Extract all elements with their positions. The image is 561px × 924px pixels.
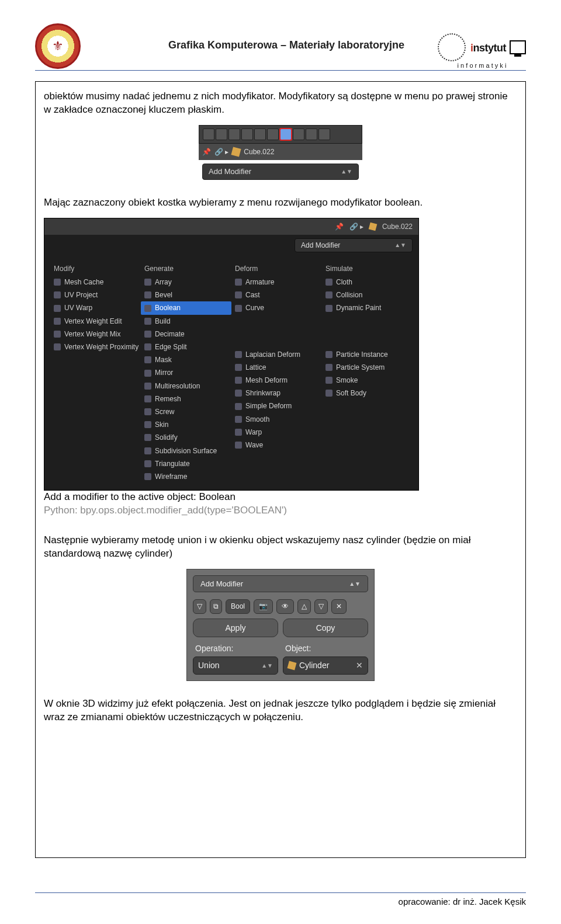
mod-remesh[interactable]: Remesh <box>141 392 231 405</box>
page-footer: opracowanie: dr inż. Jacek Kęsik <box>35 892 526 906</box>
mod-decimate[interactable]: Decimate <box>141 328 231 341</box>
tab-constraints-icon[interactable] <box>267 128 279 140</box>
tab-scene-icon[interactable] <box>228 128 240 140</box>
content-frame: obiektów musimy nadać jednemu z nich mod… <box>35 81 526 858</box>
pin-icon[interactable]: 📌 <box>202 147 211 157</box>
mod-skin[interactable]: Skin <box>141 418 231 431</box>
mod-uv-project[interactable]: UV Project <box>50 289 141 301</box>
tab-texture-icon[interactable] <box>318 128 330 140</box>
move-down-button[interactable]: ▽ <box>314 599 328 613</box>
tab-modifiers-wrench-icon[interactable] <box>280 128 292 140</box>
institute-logo: instytut i n f o r m a t y k i <box>438 33 526 69</box>
mod-bevel[interactable]: Bevel <box>141 289 231 301</box>
breadcrumb-row: 📌 🔗 ▸ Cube.022 <box>199 144 362 160</box>
mod-soft-body[interactable]: Soft Body <box>322 387 413 400</box>
show-viewport-icon[interactable]: 👁 <box>276 599 294 613</box>
mod-smoke[interactable]: Smoke <box>322 374 413 387</box>
link-icon: 🔗 ▸ <box>214 147 228 157</box>
tooltip: Add a modifier to the active object: Boo… <box>44 491 517 517</box>
screenshot-bool-panel: Add Modifier▲▼ ▽ ⧉ Bool 📷 👁 △ ▽ ✕ Apply … <box>186 569 375 681</box>
tab-layers-icon[interactable] <box>216 128 227 140</box>
operation-label: Operation: <box>193 643 278 654</box>
mod-mask[interactable]: Mask <box>141 353 231 366</box>
mod-simple-deform[interactable]: Simple Deform <box>231 400 322 412</box>
operation-select[interactable]: Union▲▼ <box>193 656 278 675</box>
show-render-icon[interactable]: 📷 <box>254 599 273 613</box>
mod-boolean[interactable]: Boolean <box>141 301 231 314</box>
col-generate: Generate Array Bevel Boolean Build Decim… <box>141 262 231 483</box>
mod-curve[interactable]: Curve <box>231 301 322 314</box>
dropdown-arrows-icon: ▲▼ <box>349 580 361 588</box>
col-deform: Deform Armature Cast Curve Laplacian Def… <box>231 262 322 483</box>
add-modifier-dropdown[interactable]: Add Modifier▲▼ <box>202 164 359 180</box>
mod-subsurf[interactable]: Subdivision Surface <box>141 444 231 457</box>
mod-lattice[interactable]: Lattice <box>231 361 322 374</box>
paragraph-4: W oknie 3D widzimy już efekt połączenia.… <box>44 697 517 724</box>
mod-multires[interactable]: Multiresolution <box>141 380 231 392</box>
mod-vw-mix[interactable]: Vertex Weight Mix <box>50 328 141 341</box>
mod-array[interactable]: Array <box>141 276 231 289</box>
dropdown-arrows-icon: ▲▼ <box>341 168 352 176</box>
properties-tab-bar <box>199 125 362 144</box>
mod-triangulate[interactable]: Triangulate <box>141 457 231 470</box>
object-name: Cube.022 <box>382 222 413 231</box>
delete-modifier-button[interactable]: ✕ <box>331 599 347 613</box>
dropdown-arrows-icon: ▲▼ <box>261 662 273 670</box>
mod-vw-edit[interactable]: Vertex Weight Edit <box>50 315 141 328</box>
copy-button[interactable]: Copy <box>283 619 368 638</box>
add-modifier-dropdown[interactable]: Add Modifier▲▼ <box>295 238 413 252</box>
tab-material-icon[interactable] <box>306 128 317 140</box>
tab-data-icon[interactable] <box>293 128 304 140</box>
clear-icon[interactable]: ✕ <box>356 660 363 671</box>
header-title: Grafika Komputerowa – Materiały laborato… <box>168 39 404 54</box>
mod-part-sys[interactable]: Particle System <box>322 361 413 374</box>
mod-armature[interactable]: Armature <box>231 276 322 289</box>
mod-cloth[interactable]: Cloth <box>322 276 413 289</box>
mod-edge-split[interactable]: Edge Split <box>141 341 231 353</box>
cube-icon <box>369 222 378 231</box>
mod-mirror[interactable]: Mirror <box>141 366 231 379</box>
tab-render-icon[interactable] <box>203 128 214 140</box>
col-modify: Modify Mesh Cache UV Project UV Warp Ver… <box>50 262 141 483</box>
cube-icon <box>288 661 297 671</box>
mod-warp[interactable]: Warp <box>231 426 322 439</box>
paragraph-3: Następnie wybieramy metodę union i w oki… <box>44 534 517 561</box>
tab-world-icon[interactable] <box>241 128 253 140</box>
mod-smooth[interactable]: Smooth <box>231 413 322 426</box>
university-logo: ⚜ <box>35 23 81 69</box>
cube-icon <box>231 147 241 157</box>
modifier-name[interactable]: Bool <box>226 599 250 613</box>
mod-wireframe[interactable]: Wireframe <box>141 470 231 483</box>
mod-lapl-deform[interactable]: Laplacian Deform <box>231 348 322 361</box>
collapse-toggle[interactable]: ▽ <box>193 599 206 613</box>
link-icon: 🔗 ▸ <box>349 222 363 231</box>
mod-screw[interactable]: Screw <box>141 405 231 418</box>
add-modifier-dropdown[interactable]: Add Modifier▲▼ <box>193 575 368 593</box>
move-up-button[interactable]: △ <box>297 599 311 613</box>
mod-cast[interactable]: Cast <box>231 289 322 301</box>
mod-part-inst[interactable]: Particle Instance <box>322 348 413 361</box>
object-label: Object: <box>283 643 368 654</box>
monitor-icon <box>510 40 526 54</box>
screenshot-properties-header: 📌 🔗 ▸ Cube.022 Add Modifier▲▼ <box>199 125 362 180</box>
object-select[interactable]: Cylinder✕ <box>283 656 368 675</box>
modifier-icon: ⧉ <box>210 599 222 613</box>
tab-object-icon[interactable] <box>254 128 266 140</box>
mod-wave[interactable]: Wave <box>231 439 322 451</box>
mod-collision[interactable]: Collision <box>322 289 413 301</box>
mod-dyn-paint[interactable]: Dynamic Paint <box>322 301 413 314</box>
binary-ring-icon <box>438 33 466 61</box>
dropdown-arrows-icon: ▲▼ <box>394 241 406 249</box>
mod-build[interactable]: Build <box>141 315 231 328</box>
pin-icon[interactable]: 📌 <box>335 222 344 231</box>
mod-mesh-cache[interactable]: Mesh Cache <box>50 276 141 289</box>
mod-shrinkwrap[interactable]: Shrinkwrap <box>231 387 322 400</box>
screenshot-modifier-menu: 📌 🔗 ▸ Cube.022 Add Modifier▲▼ Modify Mes… <box>44 218 517 517</box>
paragraph-1: obiektów musimy nadać jednemu z nich mod… <box>44 90 517 117</box>
mod-vw-prox[interactable]: Vertex Weight Proximity <box>50 341 141 353</box>
mod-mesh-deform[interactable]: Mesh Deform <box>231 374 322 387</box>
mod-uv-warp[interactable]: UV Warp <box>50 301 141 314</box>
institute-subtitle: i n f o r m a t y k i <box>458 62 507 69</box>
mod-solidify[interactable]: Solidify <box>141 431 231 444</box>
apply-button[interactable]: Apply <box>193 619 278 638</box>
